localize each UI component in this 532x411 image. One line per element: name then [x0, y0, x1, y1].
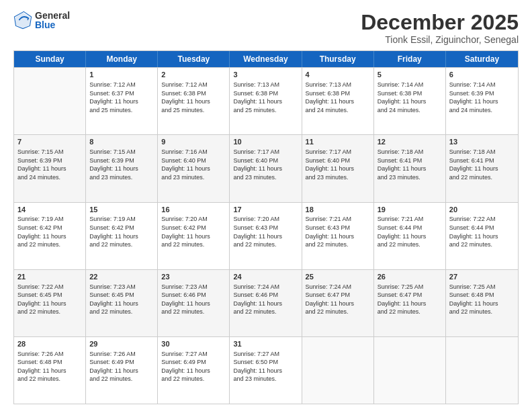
day-cell-1: 1Sunrise: 7:12 AM Sunset: 6:37 PM Daylig…	[86, 68, 158, 134]
calendar-row: 28Sunrise: 7:26 AM Sunset: 6:48 PM Dayli…	[14, 336, 518, 404]
logo-text: General Blue	[35, 11, 70, 30]
day-number: 29	[89, 339, 154, 349]
title-block: December 2025 Tionk Essil, Ziguinchor, S…	[361, 11, 519, 45]
day-cell-4: 4Sunrise: 7:13 AM Sunset: 6:38 PM Daylig…	[302, 68, 374, 134]
day-number: 21	[17, 272, 82, 282]
day-number: 28	[17, 339, 82, 349]
day-cell-11: 11Sunrise: 7:17 AM Sunset: 6:40 PM Dayli…	[302, 135, 374, 201]
day-info: Sunrise: 7:21 AM Sunset: 6:44 PM Dayligh…	[378, 215, 442, 248]
day-cell-2: 2Sunrise: 7:12 AM Sunset: 6:38 PM Daylig…	[158, 68, 230, 134]
day-number: 25	[306, 272, 370, 282]
day-info: Sunrise: 7:16 AM Sunset: 6:40 PM Dayligh…	[161, 148, 226, 181]
day-cell-9: 9Sunrise: 7:16 AM Sunset: 6:40 PM Daylig…	[158, 135, 230, 201]
day-number: 10	[233, 137, 298, 147]
day-cell-25: 25Sunrise: 7:24 AM Sunset: 6:47 PM Dayli…	[302, 270, 374, 336]
day-number: 15	[89, 205, 154, 215]
day-number: 20	[449, 205, 515, 215]
day-info: Sunrise: 7:22 AM Sunset: 6:44 PM Dayligh…	[449, 215, 515, 248]
empty-cell	[374, 337, 446, 404]
day-cell-31: 31Sunrise: 7:27 AM Sunset: 6:50 PM Dayli…	[230, 337, 302, 404]
day-info: Sunrise: 7:21 AM Sunset: 6:43 PM Dayligh…	[306, 215, 370, 248]
day-info: Sunrise: 7:17 AM Sunset: 6:40 PM Dayligh…	[306, 148, 370, 181]
day-number: 4	[306, 70, 370, 80]
calendar-row: 1Sunrise: 7:12 AM Sunset: 6:37 PM Daylig…	[14, 67, 518, 134]
logo-icon	[13, 11, 32, 30]
day-info: Sunrise: 7:12 AM Sunset: 6:38 PM Dayligh…	[161, 81, 226, 114]
day-number: 14	[17, 205, 82, 215]
calendar-row: 7Sunrise: 7:15 AM Sunset: 6:39 PM Daylig…	[14, 134, 518, 201]
day-number: 17	[233, 205, 298, 215]
day-number: 3	[233, 70, 298, 80]
day-cell-22: 22Sunrise: 7:23 AM Sunset: 6:45 PM Dayli…	[86, 270, 158, 336]
day-cell-15: 15Sunrise: 7:19 AM Sunset: 6:42 PM Dayli…	[86, 203, 158, 269]
day-info: Sunrise: 7:26 AM Sunset: 6:48 PM Dayligh…	[17, 350, 82, 383]
day-number: 22	[89, 272, 154, 282]
day-cell-10: 10Sunrise: 7:17 AM Sunset: 6:40 PM Dayli…	[230, 135, 302, 201]
subtitle: Tionk Essil, Ziguinchor, Senegal	[361, 34, 519, 45]
header-day-friday: Friday	[374, 51, 446, 67]
header: General Blue December 2025 Tionk Essil, …	[13, 11, 519, 45]
day-cell-7: 7Sunrise: 7:15 AM Sunset: 6:39 PM Daylig…	[14, 135, 86, 201]
logo: General Blue	[13, 11, 70, 30]
day-info: Sunrise: 7:23 AM Sunset: 6:46 PM Dayligh…	[161, 283, 226, 316]
day-number: 1	[89, 70, 154, 80]
day-cell-28: 28Sunrise: 7:26 AM Sunset: 6:48 PM Dayli…	[14, 337, 86, 404]
day-cell-13: 13Sunrise: 7:18 AM Sunset: 6:41 PM Dayli…	[446, 135, 518, 201]
day-number: 2	[161, 70, 226, 80]
day-info: Sunrise: 7:12 AM Sunset: 6:37 PM Dayligh…	[89, 81, 154, 114]
day-info: Sunrise: 7:15 AM Sunset: 6:39 PM Dayligh…	[89, 148, 154, 181]
day-cell-20: 20Sunrise: 7:22 AM Sunset: 6:44 PM Dayli…	[446, 203, 518, 269]
day-info: Sunrise: 7:24 AM Sunset: 6:47 PM Dayligh…	[306, 283, 370, 316]
day-info: Sunrise: 7:13 AM Sunset: 6:38 PM Dayligh…	[233, 81, 298, 114]
calendar-row: 14Sunrise: 7:19 AM Sunset: 6:42 PM Dayli…	[14, 202, 518, 269]
day-info: Sunrise: 7:19 AM Sunset: 6:42 PM Dayligh…	[17, 215, 82, 248]
logo-blue: Blue	[35, 20, 70, 30]
empty-cell	[302, 337, 374, 404]
day-info: Sunrise: 7:23 AM Sunset: 6:45 PM Dayligh…	[89, 283, 154, 316]
day-number: 27	[449, 272, 515, 282]
day-number: 12	[378, 137, 442, 147]
header-day-tuesday: Tuesday	[158, 51, 230, 67]
day-info: Sunrise: 7:14 AM Sunset: 6:39 PM Dayligh…	[449, 81, 515, 114]
day-cell-23: 23Sunrise: 7:23 AM Sunset: 6:46 PM Dayli…	[158, 270, 230, 336]
main-title: December 2025	[361, 11, 519, 34]
day-info: Sunrise: 7:20 AM Sunset: 6:43 PM Dayligh…	[233, 215, 298, 248]
page: General Blue December 2025 Tionk Essil, …	[0, 0, 532, 411]
day-cell-5: 5Sunrise: 7:14 AM Sunset: 6:38 PM Daylig…	[374, 68, 446, 134]
day-cell-21: 21Sunrise: 7:22 AM Sunset: 6:45 PM Dayli…	[14, 270, 86, 336]
day-number: 5	[378, 70, 442, 80]
header-day-monday: Monday	[86, 51, 158, 67]
header-day-sunday: Sunday	[14, 51, 86, 67]
day-cell-14: 14Sunrise: 7:19 AM Sunset: 6:42 PM Dayli…	[14, 203, 86, 269]
day-number: 18	[306, 205, 370, 215]
day-number: 19	[378, 205, 442, 215]
day-cell-17: 17Sunrise: 7:20 AM Sunset: 6:43 PM Dayli…	[230, 203, 302, 269]
calendar-header: SundayMondayTuesdayWednesdayThursdayFrid…	[14, 51, 518, 67]
day-cell-29: 29Sunrise: 7:26 AM Sunset: 6:49 PM Dayli…	[86, 337, 158, 404]
day-info: Sunrise: 7:22 AM Sunset: 6:45 PM Dayligh…	[17, 283, 82, 316]
day-info: Sunrise: 7:18 AM Sunset: 6:41 PM Dayligh…	[449, 148, 515, 181]
day-number: 13	[449, 137, 515, 147]
day-number: 26	[378, 272, 442, 282]
day-number: 7	[17, 137, 82, 147]
calendar-row: 21Sunrise: 7:22 AM Sunset: 6:45 PM Dayli…	[14, 269, 518, 336]
day-number: 9	[161, 137, 226, 147]
day-info: Sunrise: 7:25 AM Sunset: 6:47 PM Dayligh…	[378, 283, 442, 316]
day-cell-19: 19Sunrise: 7:21 AM Sunset: 6:44 PM Dayli…	[374, 203, 446, 269]
logo-general: General	[35, 11, 70, 20]
day-cell-3: 3Sunrise: 7:13 AM Sunset: 6:38 PM Daylig…	[230, 68, 302, 134]
day-number: 8	[89, 137, 154, 147]
day-info: Sunrise: 7:27 AM Sunset: 6:50 PM Dayligh…	[233, 350, 298, 383]
empty-cell	[14, 68, 86, 134]
day-cell-18: 18Sunrise: 7:21 AM Sunset: 6:43 PM Dayli…	[302, 203, 374, 269]
day-cell-27: 27Sunrise: 7:25 AM Sunset: 6:48 PM Dayli…	[446, 270, 518, 336]
day-number: 30	[161, 339, 226, 349]
day-cell-16: 16Sunrise: 7:20 AM Sunset: 6:42 PM Dayli…	[158, 203, 230, 269]
day-info: Sunrise: 7:14 AM Sunset: 6:38 PM Dayligh…	[378, 81, 442, 114]
header-day-wednesday: Wednesday	[230, 51, 302, 67]
day-info: Sunrise: 7:25 AM Sunset: 6:48 PM Dayligh…	[449, 283, 515, 316]
day-number: 11	[306, 137, 370, 147]
day-info: Sunrise: 7:24 AM Sunset: 6:46 PM Dayligh…	[233, 283, 298, 316]
calendar-body: 1Sunrise: 7:12 AM Sunset: 6:37 PM Daylig…	[14, 67, 518, 404]
day-cell-30: 30Sunrise: 7:27 AM Sunset: 6:49 PM Dayli…	[158, 337, 230, 404]
